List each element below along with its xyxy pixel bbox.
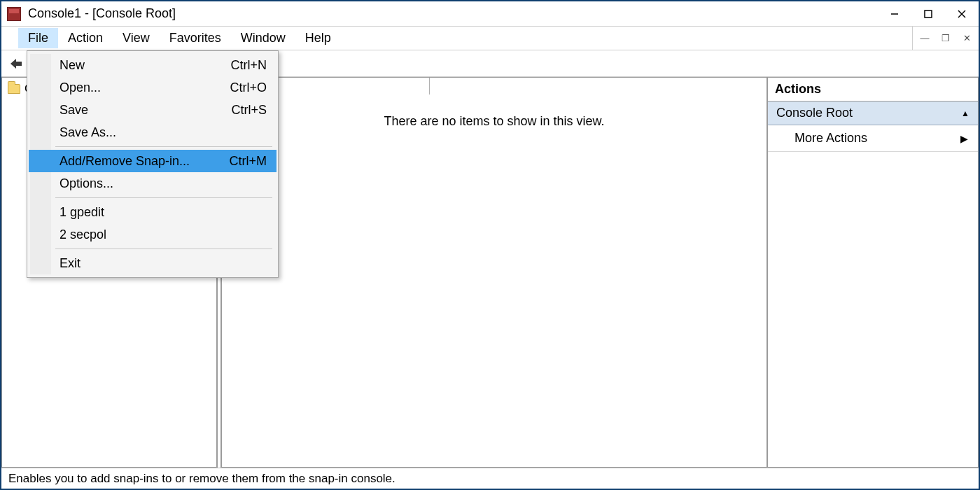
menu-item-open[interactable]: Open...Ctrl+O <box>29 76 276 99</box>
menu-window[interactable]: Window <box>231 28 295 48</box>
empty-message: There are no items to show in this view. <box>384 114 604 129</box>
workspace: NewCtrl+NOpen...Ctrl+OSaveCtrl+SSave As.… <box>1 77 979 468</box>
column-separator <box>429 78 430 94</box>
menu-item-shortcut: Ctrl+S <box>231 103 267 118</box>
menu-item-add-remove-snap-in[interactable]: Add/Remove Snap-in...Ctrl+M <box>29 150 276 172</box>
caret-up-icon: ▲ <box>961 108 969 118</box>
menu-item-label: Save <box>59 103 88 118</box>
menu-item-shortcut: Ctrl+O <box>230 80 267 95</box>
actions-more-actions[interactable]: More Actions ▶ <box>768 125 978 152</box>
actions-link-label: More Actions <box>794 131 867 146</box>
statusbar: Enables you to add snap-ins to or remove… <box>1 468 979 489</box>
mmc-app-icon <box>7 7 21 21</box>
menu-separator <box>55 146 272 147</box>
menu-item-new[interactable]: NewCtrl+N <box>29 54 276 76</box>
menu-item-label: Options... <box>59 176 113 191</box>
menu-help[interactable]: Help <box>295 28 341 48</box>
minimize-button[interactable] <box>878 1 911 27</box>
svg-rect-1 <box>925 10 932 18</box>
menu-view[interactable]: View <box>113 28 160 48</box>
menu-item-save[interactable]: SaveCtrl+S <box>29 99 276 121</box>
menu-item-2-secpol[interactable]: 2 secpol <box>29 223 276 246</box>
actions-pane: Actions Console Root ▲ More Actions ▶ <box>767 77 979 468</box>
menu-item-label: 1 gpedit <box>59 205 104 220</box>
menubar: FileActionViewFavoritesWindowHelp — ❐ ✕ <box>1 27 979 50</box>
menu-item-label: 2 secpol <box>59 227 106 242</box>
menu-separator <box>55 197 272 198</box>
menu-item-options[interactable]: Options... <box>29 172 276 195</box>
back-button[interactable] <box>6 53 27 74</box>
menu-item-1-gpedit[interactable]: 1 gpedit <box>29 201 276 223</box>
actions-header: Actions <box>768 78 978 102</box>
actions-group-header[interactable]: Console Root ▲ <box>768 102 978 125</box>
document-icon <box>1 27 18 50</box>
menu-separator <box>55 248 272 249</box>
menu-item-label: Save As... <box>59 125 116 140</box>
close-button[interactable] <box>945 1 979 27</box>
menu-item-shortcut: Ctrl+M <box>230 154 267 169</box>
menu-item-save-as[interactable]: Save As... <box>29 121 276 144</box>
maximize-button[interactable] <box>911 1 945 27</box>
file-menu-dropdown: NewCtrl+NOpen...Ctrl+OSaveCtrl+SSave As.… <box>27 50 279 278</box>
menu-item-label: Open... <box>59 80 101 95</box>
window-title: Console1 - [Console Root] <box>28 6 176 21</box>
folder-icon <box>8 84 20 94</box>
mdi-minimize-button[interactable]: — <box>915 31 934 46</box>
menu-item-shortcut: Ctrl+N <box>230 58 267 73</box>
mdi-close-button[interactable]: ✕ <box>957 31 976 46</box>
menu-item-label: Exit <box>59 256 80 271</box>
mdi-restore-button[interactable]: ❐ <box>936 31 955 46</box>
menu-file[interactable]: File <box>18 28 58 48</box>
content-pane[interactable]: There are no items to show in this view. <box>221 77 767 468</box>
menu-item-exit[interactable]: Exit <box>29 252 276 274</box>
actions-group-label: Console Root <box>776 106 853 120</box>
menu-action[interactable]: Action <box>58 28 113 48</box>
menu-item-label: Add/Remove Snap-in... <box>59 154 190 169</box>
menu-item-label: New <box>59 58 85 73</box>
menu-favorites[interactable]: Favorites <box>160 28 231 48</box>
chevron-right-icon: ▶ <box>960 133 968 144</box>
status-text: Enables you to add snap-ins to or remove… <box>8 472 396 486</box>
titlebar: Console1 - [Console Root] <box>1 1 979 27</box>
